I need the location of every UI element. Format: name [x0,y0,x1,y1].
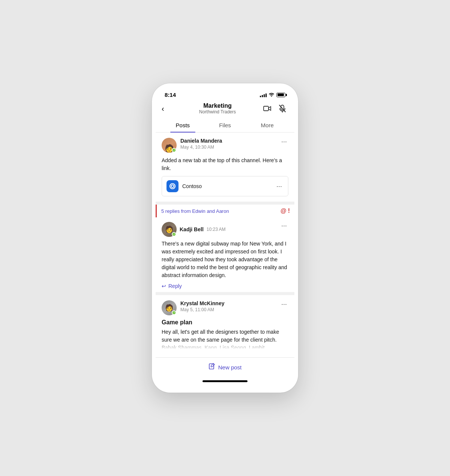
post-username-1: Daniela Mandera [180,138,222,144]
header-title-group: Marketing Northwind Traders [174,102,261,114]
back-button[interactable]: ‹ [162,104,174,113]
svg-point-4 [171,185,174,188]
header: ‹ Marketing Northwind Traders [156,99,294,118]
reply-card-kadji: 🧑 Kadji Bell 10:23 AM ··· There's a new … [156,217,294,292]
post-user-info-1: 🧑 Daniela Mandera May 4, 10:30 AM [162,138,222,153]
avatar-wrap-kadji: 🧑 [162,222,177,237]
link-name: Contoso [182,183,202,189]
replies-text: 5 replies from Edwin and Aaron [161,208,229,214]
home-indicator [156,377,294,384]
post-user-info-2: 🧑 Krystal McKinney May 5, 11:00 AM [162,300,224,315]
battery-fill [278,93,284,96]
signal-bar-1 [260,96,261,97]
exclamation-icon: ! [288,208,290,214]
status-icons [260,92,285,98]
avatar-wrap-daniela: 🧑 [162,138,177,153]
post-username-2: Krystal McKinney [180,300,224,306]
status-time: 8:14 [165,92,176,98]
header-actions [261,102,288,114]
post-more-button-2[interactable]: ··· [280,300,288,308]
tab-files[interactable]: Files [204,118,246,132]
tabs-bar: Posts Files More [156,118,294,133]
status-bar: 8:14 [156,89,294,99]
tab-more[interactable]: More [246,118,288,132]
link-card-contoso[interactable]: Contoso ··· [162,176,288,196]
video-button[interactable] [261,102,273,114]
channel-title: Marketing [174,102,261,109]
signal-bar-2 [262,95,263,97]
reply-label: Reply [168,283,182,289]
new-post-bar[interactable]: New post [156,357,294,377]
post-more-button-1[interactable]: ··· [280,138,288,146]
online-badge-daniela [172,148,176,152]
reply-more-button-kadji[interactable]: ··· [280,222,288,230]
at-mention-icon: @ [280,208,286,214]
link-more-button[interactable]: ··· [275,182,284,190]
reply-body-kadji: There's a new digital subway map for New… [162,240,288,279]
channel-subtitle: Northwind Traders [174,109,261,114]
content-area: 🧑 Daniela Mandera May 4, 10:30 AM ··· Ad… [156,133,294,354]
link-card-left: Contoso [166,180,202,192]
reply-username-kadji: Kadji Bell [180,226,204,232]
mute-button[interactable] [276,102,288,114]
online-badge-krystal [172,310,176,315]
post-header-2: 🧑 Krystal McKinney May 5, 11:00 AM ··· [162,300,288,315]
post-header-1: 🧑 Daniela Mandera May 4, 10:30 AM ··· [162,138,288,153]
reply-header-kadji: 🧑 Kadji Bell 10:23 AM ··· [162,222,288,237]
svg-point-3 [170,184,175,189]
post-user-meta-1: Daniela Mandera May 4, 10:30 AM [180,138,222,150]
replies-section[interactable]: 5 replies from Edwin and Aaron @ ! [156,205,294,217]
post-time-2: May 5, 11:00 AM [180,307,224,312]
reply-time-kadji: 10:23 AM [207,227,226,232]
svg-rect-5 [209,364,214,369]
new-post-label: New post [218,364,242,371]
tab-posts[interactable]: Posts [162,118,204,132]
replies-icons: @ ! [280,208,290,214]
wifi-icon [268,92,274,98]
link-icon [166,180,178,192]
reply-arrow-icon: ↩ [162,283,166,289]
signal-bars-icon [260,93,267,97]
compose-icon [208,363,215,371]
post-body-2-clipped: Hey all, let's get all the designers tog… [162,328,288,349]
post-title-2: Game plan [162,319,288,326]
avatar-wrap-krystal: 🧑 [162,300,177,315]
home-bar [202,380,248,382]
reply-button-kadji[interactable]: ↩ Reply [162,283,288,289]
reply-user-info-kadji: 🧑 Kadji Bell 10:23 AM [162,222,226,237]
post-card-1: 🧑 Daniela Mandera May 4, 10:30 AM ··· Ad… [156,133,294,202]
post-body-1: Added a new tab at the top of this chann… [162,157,288,172]
post-body-2: Hey all, let's get all the designers tog… [162,328,288,349]
svg-rect-0 [264,106,268,111]
online-badge-kadji [172,232,176,236]
phone-frame: 8:14 ‹ Marketing Northwind Traders [152,83,298,393]
battery-icon [276,93,285,97]
signal-bar-3 [264,94,265,97]
post-card-2: 🧑 Krystal McKinney May 5, 11:00 AM ··· G… [156,295,294,354]
post-time-1: May 4, 10:30 AM [180,145,222,150]
post-user-meta-2: Krystal McKinney May 5, 11:00 AM [180,300,224,312]
signal-bar-4 [266,93,267,97]
